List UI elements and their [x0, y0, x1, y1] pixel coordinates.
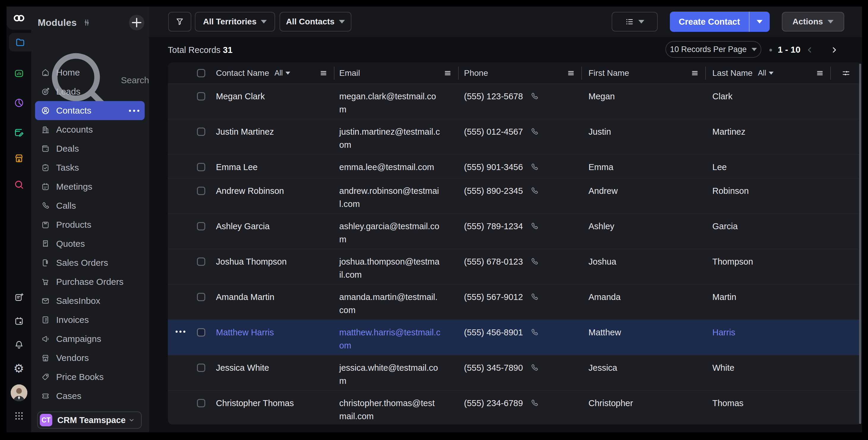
contact-last-name-link[interactable]: Martinez: [712, 125, 745, 138]
table-row[interactable]: Justin Martinezjustin.martinez@testmail.…: [168, 119, 862, 155]
module-options-button[interactable]: [129, 110, 139, 112]
contact-email-link[interactable]: megan.clark@testmail.com: [339, 90, 441, 116]
sidebar-item-purchase-orders[interactable]: Purchase Orders: [35, 272, 145, 291]
calendar-icon[interactable]: [6, 316, 31, 326]
notifications-bell-icon[interactable]: [6, 340, 31, 350]
teamspace-switcher[interactable]: CT CRM Teamspace: [37, 411, 142, 429]
contact-email-link[interactable]: amanda.martin@testmail.com: [339, 290, 441, 317]
contact-email-link[interactable]: joshua.thompson@testmail.com: [339, 255, 441, 281]
contact-last-name-link[interactable]: Martin: [712, 290, 736, 303]
rail-app-search-icon[interactable]: [6, 179, 31, 190]
call-phone-icon[interactable]: [530, 92, 539, 101]
table-row[interactable]: Amanda Martinamanda.martin@testmail.com(…: [168, 285, 862, 320]
call-phone-icon[interactable]: [530, 127, 539, 136]
list-view-switcher[interactable]: [612, 12, 658, 31]
contact-name-link[interactable]: Joshua Thompson: [216, 255, 287, 268]
manage-columns-icon[interactable]: [842, 69, 850, 78]
contact-name-link[interactable]: Justin Martinez: [216, 125, 274, 138]
sidebar-item-leads[interactable]: Leads: [35, 82, 145, 101]
next-page-button[interactable]: [830, 46, 838, 54]
sidebar-item-quotes[interactable]: Quotes: [35, 234, 145, 253]
contact-name-link[interactable]: Jessica White: [216, 361, 269, 374]
table-row[interactable]: Joshua Thompsonjoshua.thompson@testmail.…: [168, 249, 862, 285]
contact-last-name-link[interactable]: Robinson: [712, 184, 749, 197]
select-all-checkbox[interactable]: [197, 69, 205, 77]
sidebar-item-calls[interactable]: Calls: [35, 196, 145, 215]
row-checkbox[interactable]: [197, 92, 205, 100]
sidebar-item-home[interactable]: Home: [35, 63, 145, 82]
row-checkbox[interactable]: [197, 363, 205, 372]
call-phone-icon[interactable]: [530, 328, 539, 337]
create-contact-more-button[interactable]: [749, 11, 770, 32]
contact-email-link[interactable]: justin.martinez@testmail.com: [339, 125, 441, 151]
contact-last-name-link[interactable]: Clark: [712, 90, 733, 103]
contact-last-name-link[interactable]: Thompson: [712, 255, 753, 268]
table-row[interactable]: Emma Leeemma.lee@testmail.com(555) 901-3…: [168, 155, 862, 178]
col-email[interactable]: Email: [339, 68, 360, 78]
contact-name-link[interactable]: Andrew Robinson: [216, 184, 284, 197]
table-row[interactable]: Megan Clarkmegan.clark@testmail.com(555)…: [168, 84, 862, 119]
row-checkbox[interactable]: [197, 399, 205, 407]
sidebar-item-sales-orders[interactable]: Sales Orders: [35, 253, 145, 272]
contact-email-link[interactable]: matthew.harris@testmail.com: [339, 326, 441, 352]
table-scrollbar[interactable]: [859, 64, 861, 424]
sidebar-item-cases[interactable]: Cases: [35, 386, 145, 406]
call-phone-icon[interactable]: [530, 186, 539, 195]
folder-icon[interactable]: [9, 33, 31, 52]
row-checkbox[interactable]: [197, 222, 205, 230]
contact-name-link[interactable]: Megan Clark: [216, 90, 265, 103]
last-name-filter[interactable]: All: [758, 69, 774, 77]
contact-name-filter[interactable]: All: [275, 69, 290, 77]
compose-icon[interactable]: [6, 292, 31, 302]
sidebar-item-contacts[interactable]: Contacts: [35, 101, 145, 120]
col-first-name[interactable]: First Name: [588, 68, 629, 78]
settings-gear-icon[interactable]: ⚙: [6, 362, 31, 374]
row-actions-button[interactable]: [176, 331, 185, 333]
contact-last-name-link[interactable]: White: [712, 361, 734, 374]
contact-email-link[interactable]: christopher.thomas@testmail.com: [339, 397, 441, 423]
sidebar-item-vendors[interactable]: Vendors: [35, 348, 145, 368]
call-phone-icon[interactable]: [530, 222, 539, 231]
call-phone-icon[interactable]: [530, 257, 539, 266]
table-row[interactable]: Christopher Thomaschristopher.thomas@tes…: [168, 391, 862, 424]
col-contact-name[interactable]: Contact Name: [216, 68, 269, 78]
row-checkbox[interactable]: [197, 127, 205, 136]
rail-app-chart-icon[interactable]: [6, 68, 31, 79]
column-menu-icon[interactable]: [444, 69, 452, 77]
sidebar-item-invoices[interactable]: Invoices: [35, 311, 145, 329]
sidebar-item-accounts[interactable]: Accounts: [35, 120, 145, 139]
create-contact-button[interactable]: Create Contact: [670, 11, 749, 32]
contact-last-name-link[interactable]: Lee: [712, 160, 726, 174]
col-last-name[interactable]: Last Name: [712, 68, 752, 78]
table-row[interactable]: Ashley Garciaashley.garcia@testmail.com(…: [168, 214, 862, 249]
column-menu-icon[interactable]: [691, 69, 699, 77]
apps-grid-icon[interactable]: [6, 411, 31, 421]
table-row[interactable]: Andrew Robinsonandrew.robinson@testmail.…: [168, 178, 862, 214]
row-checkbox[interactable]: [197, 187, 205, 195]
call-phone-icon[interactable]: [530, 163, 539, 172]
contact-name-link[interactable]: Amanda Martin: [216, 290, 275, 303]
sidebar-item-salesinbox[interactable]: SalesInbox: [35, 291, 145, 311]
add-module-button[interactable]: [129, 15, 144, 30]
column-menu-icon[interactable]: [320, 69, 328, 77]
contact-email-link[interactable]: emma.lee@testmail.com: [339, 160, 441, 174]
table-row[interactable]: Matthew Harrismatthew.harris@testmail.co…: [168, 320, 862, 355]
filter-button[interactable]: [168, 12, 191, 31]
sidebar-item-meetings[interactable]: Meetings: [35, 177, 145, 196]
sidebar-item-price-books[interactable]: Price Books: [35, 368, 145, 386]
records-per-page-dropdown[interactable]: 10 Records Per Page: [665, 41, 762, 58]
view-filter-dropdown[interactable]: All Contacts: [280, 12, 351, 31]
call-phone-icon[interactable]: [530, 293, 539, 301]
call-phone-icon[interactable]: [530, 363, 539, 372]
column-menu-icon[interactable]: [816, 69, 824, 77]
sidebar-item-campaigns[interactable]: Campaigns: [35, 329, 145, 348]
contact-email-link[interactable]: ashley.garcia@testmail.com: [339, 220, 441, 246]
contact-name-link[interactable]: Ashley Garcia: [216, 220, 270, 233]
contact-name-link[interactable]: Emma Lee: [216, 160, 257, 174]
row-checkbox[interactable]: [197, 163, 205, 171]
prev-page-button[interactable]: [806, 46, 814, 54]
user-avatar[interactable]: [6, 384, 31, 401]
actions-dropdown[interactable]: Actions: [782, 12, 844, 31]
sidebar-item-deals[interactable]: Deals: [35, 139, 145, 158]
call-phone-icon[interactable]: [530, 399, 539, 408]
